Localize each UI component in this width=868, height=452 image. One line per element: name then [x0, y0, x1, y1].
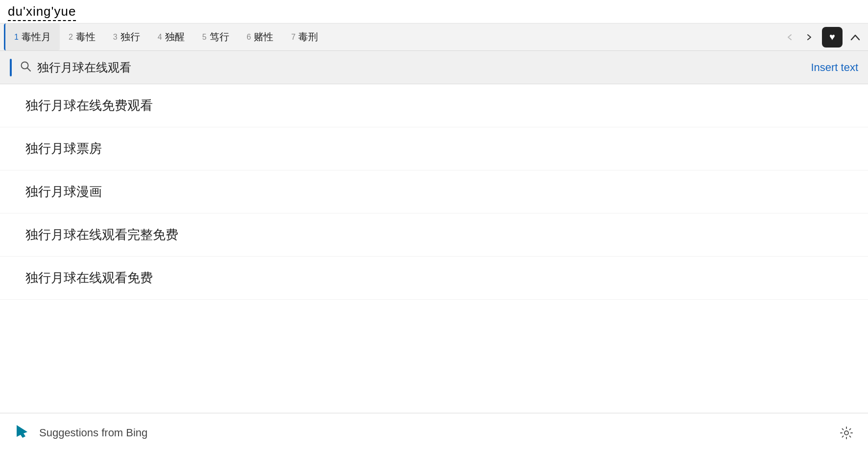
suggestion-item-3[interactable]: 独行月球在线观看完整免费: [0, 214, 868, 257]
candidate-text-1: 毒性: [76, 30, 96, 44]
candidates-bar: 1毒性月2毒性3独行4独醒5笃行6赌性7毒刑 ♥: [0, 24, 868, 51]
candidate-text-5: 赌性: [254, 30, 273, 44]
favorites-button[interactable]: ♥: [822, 27, 843, 48]
candidate-item-0[interactable]: 1毒性月: [4, 24, 60, 50]
ime-input-text: du'xing'yue: [8, 4, 76, 21]
suggestion-item-1[interactable]: 独行月球票房: [0, 127, 868, 170]
nav-buttons: ♥: [781, 27, 864, 48]
candidate-item-2[interactable]: 3独行: [104, 24, 149, 50]
candidate-num-1: 2: [69, 33, 73, 42]
candidate-text-4: 笃行: [210, 30, 229, 44]
suggestion-item-2[interactable]: 独行月球漫画: [0, 170, 868, 214]
search-indicator: [10, 59, 12, 76]
candidate-text-2: 独行: [121, 30, 140, 44]
search-query-text: 独行月球在线观看: [37, 60, 811, 75]
candidate-item-1[interactable]: 2毒性: [60, 24, 104, 50]
insert-text-button[interactable]: Insert text: [811, 61, 858, 74]
candidate-text-0: 毒性月: [22, 30, 51, 44]
candidate-text-3: 独醒: [165, 30, 185, 44]
next-page-button[interactable]: [800, 28, 818, 46]
bing-logo-icon: [12, 423, 31, 443]
svg-point-2: [844, 431, 848, 435]
search-icon: [20, 60, 31, 75]
ime-input-area: du'xing'yue: [0, 0, 868, 24]
heart-icon: ♥: [829, 31, 835, 43]
candidate-text-6: 毒刑: [298, 30, 318, 44]
main-container: du'xing'yue 1毒性月2毒性3独行4独醒5笃行6赌性7毒刑 ♥: [0, 0, 868, 452]
candidate-num-3: 4: [158, 33, 162, 42]
settings-button[interactable]: [837, 423, 856, 443]
candidate-item-6[interactable]: 7毒刑: [282, 24, 327, 50]
chevron-right-icon: [806, 34, 813, 41]
candidate-item-5[interactable]: 6赌性: [238, 24, 283, 50]
chevron-left-icon: [786, 34, 793, 41]
candidate-item-3[interactable]: 4独醒: [149, 24, 193, 50]
suggestions-from-bing-label: Suggestions from Bing: [39, 427, 837, 439]
candidate-item-4[interactable]: 5笃行: [193, 24, 238, 50]
candidates-container: 1毒性月2毒性3独行4独醒5笃行6赌性7毒刑: [4, 24, 327, 50]
candidate-num-6: 7: [291, 33, 295, 42]
collapse-button[interactable]: [846, 28, 864, 46]
candidate-num-0: 1: [14, 33, 19, 42]
chevron-up-icon: [850, 34, 860, 41]
candidate-num-2: 3: [113, 33, 118, 42]
bottom-bar: Suggestions from Bing: [0, 413, 868, 452]
suggestion-item-0[interactable]: 独行月球在线免费观看: [0, 84, 868, 127]
prev-page-button[interactable]: [781, 28, 798, 46]
suggestions-list: 独行月球在线免费观看独行月球票房独行月球漫画独行月球在线观看完整免费独行月球在线…: [0, 84, 868, 452]
search-bar: 独行月球在线观看 Insert text: [0, 51, 868, 84]
svg-line-1: [27, 68, 31, 71]
suggestion-item-4[interactable]: 独行月球在线观看免费: [0, 257, 868, 300]
gear-icon: [840, 426, 853, 440]
candidate-num-5: 6: [247, 33, 251, 42]
candidate-num-4: 5: [202, 33, 207, 42]
